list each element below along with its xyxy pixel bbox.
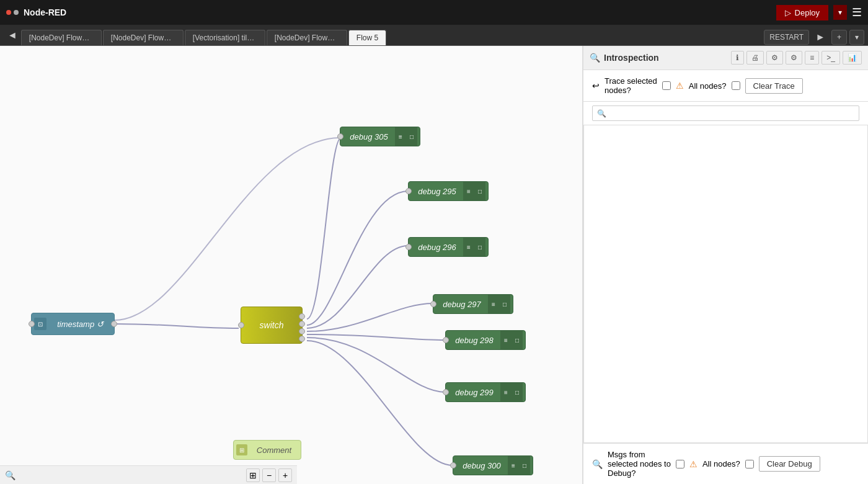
sidebar-toolbar: ℹ 🖨 ⚙ ⚙ ≡ >_ 📊 (731, 51, 862, 65)
timestamp-port-left (29, 321, 35, 327)
switch-port-out4 (299, 336, 305, 342)
app-title: Node-RED (24, 7, 66, 17)
debug-checkbox[interactable] (676, 460, 684, 468)
sidebar-header: 🔍 Introspection ℹ 🖨 ⚙ ⚙ ≡ >_ 📊 (583, 46, 868, 70)
trace-all-nodes-label: All nodes? (689, 81, 727, 91)
tab-restart-button[interactable]: RESTART (764, 30, 809, 45)
debug-297-node[interactable]: debug 297 ≡ □ (433, 294, 513, 314)
topbar: Node-RED ▷ Deploy ▾ ☰ (0, 0, 868, 25)
timestamp-port-right (111, 321, 117, 327)
debug297-label: debug 297 (436, 300, 488, 309)
debug305-toggle-btn[interactable]: □ (406, 127, 417, 146)
debug298-port-left (443, 337, 449, 343)
debug297-menu-btn[interactable]: ≡ (488, 295, 499, 313)
hamburger-button[interactable]: ☰ (852, 6, 862, 19)
sidebar-print-btn[interactable]: 🖨 (746, 51, 764, 65)
trace-icon: ↩ (592, 81, 600, 91)
bottombar: 🔍 ⊞ − + (0, 465, 297, 484)
debug300-toggle-btn[interactable]: □ (519, 456, 530, 475)
zoom-out-button[interactable]: − (262, 468, 276, 482)
debug298-menu-btn[interactable]: ≡ (500, 331, 512, 349)
trace-search-input[interactable] (592, 105, 859, 121)
debug300-label: debug 300 (456, 461, 508, 470)
zoom-controls: ⊞ − + (246, 468, 292, 482)
tab-dropdown-button[interactable]: ▾ (849, 30, 864, 45)
debug-icon: 🔍 (592, 459, 603, 469)
sidebar-info-btn[interactable]: ℹ (731, 51, 744, 65)
logo-icon (6, 10, 19, 15)
debug299-port-left (443, 389, 449, 395)
sidebar-list-btn[interactable]: ≡ (805, 51, 819, 65)
trace-search-container: 🔍 (592, 105, 859, 121)
tab-flowcon[interactable]: [NodeDev] FlowCon (103, 30, 184, 45)
tab-flow2ui[interactable]: [NodeDev] Flow2UI (267, 30, 347, 45)
debug300-port-left (450, 462, 456, 468)
debug-305-node[interactable]: debug 305 ≡ □ (340, 127, 420, 146)
debug296-toggle-btn[interactable]: □ (474, 238, 485, 256)
topbar-left: Node-RED (6, 7, 66, 17)
debug-296-node[interactable]: debug 296 ≡ □ (408, 237, 489, 257)
debug-warning-icon: ⚠ (689, 459, 698, 469)
clear-trace-button[interactable]: Clear Trace (745, 78, 803, 94)
trace-search-icon: 🔍 (597, 109, 606, 118)
comment-label: Comment (247, 446, 301, 455)
tab-actions: RESTART ► + ▾ (764, 29, 864, 45)
trace-section: ↩ Trace selectednodes? ⚠ All nodes? Clea… (583, 70, 868, 102)
debug-295-node[interactable]: debug 295 ≡ □ (408, 181, 489, 201)
tab-flowdash[interactable]: [NodeDev] FlowHub (21, 30, 102, 45)
debug295-toggle-btn[interactable]: □ (474, 182, 485, 200)
debug-300-node[interactable]: debug 300 ≡ □ (453, 455, 533, 475)
deploy-button[interactable]: ▷ Deploy (776, 5, 828, 20)
all-nodes-warning-icon: ⚠ (676, 81, 684, 91)
sidebar-terminal-btn[interactable]: >_ (822, 51, 840, 65)
debug297-port-left (430, 301, 436, 307)
sidebar-title: 🔍 Introspection (590, 53, 659, 63)
logo-dot-gray (14, 10, 19, 15)
debug295-label: debug 295 (411, 187, 463, 196)
debug296-menu-btn[interactable]: ≡ (463, 238, 474, 256)
debug297-toggle-btn[interactable]: □ (499, 295, 510, 313)
sidebar: 🔍 Introspection ℹ 🖨 ⚙ ⚙ ≡ >_ 📊 ↩ Trace s… (583, 46, 868, 484)
switch-port-out1 (299, 313, 305, 320)
debug-all-nodes-checkbox[interactable] (745, 460, 754, 468)
debug299-menu-btn[interactable]: ≡ (500, 383, 512, 401)
timestamp-icon: ⊡ (34, 318, 46, 330)
trace-content-area (583, 125, 868, 443)
zoom-in-button[interactable]: + (278, 468, 292, 482)
search-flow-button[interactable]: 🔍 (5, 470, 16, 480)
trace-checkbox[interactable] (662, 81, 671, 90)
deploy-arrow-button[interactable]: ▾ (833, 5, 847, 20)
comment-icon: ⊞ (236, 444, 247, 455)
debug298-label: debug 298 (448, 336, 500, 345)
deploy-icon: ▷ (785, 8, 791, 17)
debug305-port-left (337, 133, 343, 140)
timestamp-node[interactable]: ⊡ timestamp ↺ (31, 313, 115, 335)
flow-canvas[interactable]: ⊡ timestamp ↺ switch debug 305 ≡ □ (0, 46, 583, 484)
switch-node[interactable]: switch (241, 307, 303, 344)
debug305-menu-btn[interactable]: ≡ (395, 127, 406, 146)
tab-flow5[interactable]: Flow 5 (348, 30, 386, 45)
all-nodes-checkbox[interactable] (732, 81, 740, 90)
tab-vectorisation[interactable]: [Vectorisation] tile, s (185, 30, 265, 45)
switch-port-out3 (299, 328, 305, 334)
debug300-menu-btn[interactable]: ≡ (508, 456, 519, 475)
debug299-label: debug 299 (448, 388, 500, 397)
tab-next-button[interactable]: ► (812, 29, 829, 45)
debug295-menu-btn[interactable]: ≡ (463, 182, 474, 200)
sidebar-settings-btn[interactable]: ⚙ (786, 51, 802, 65)
sidebar-layout-btn[interactable]: ⚙ (766, 51, 783, 65)
clear-debug-button[interactable]: Clear Debug (759, 456, 820, 472)
debug298-toggle-btn[interactable]: □ (512, 331, 523, 349)
comment-node[interactable]: ⊞ Comment (233, 440, 301, 460)
debug295-port-left (405, 188, 412, 194)
trace-label: Trace selectednodes? (604, 76, 657, 95)
sidebar-chart-btn[interactable]: 📊 (843, 51, 862, 65)
grid-toggle-button[interactable]: ⊞ (246, 468, 260, 482)
tab-prev-button[interactable]: ◄ (4, 27, 21, 43)
debug-299-node[interactable]: debug 299 ≡ □ (445, 382, 526, 402)
debug-all-nodes-label: All nodes? (702, 459, 740, 468)
debug-298-node[interactable]: debug 298 ≡ □ (445, 330, 526, 350)
debug305-label: debug 305 (343, 132, 395, 141)
tab-add-button[interactable]: + (831, 30, 847, 45)
debug299-toggle-btn[interactable]: □ (512, 383, 523, 401)
